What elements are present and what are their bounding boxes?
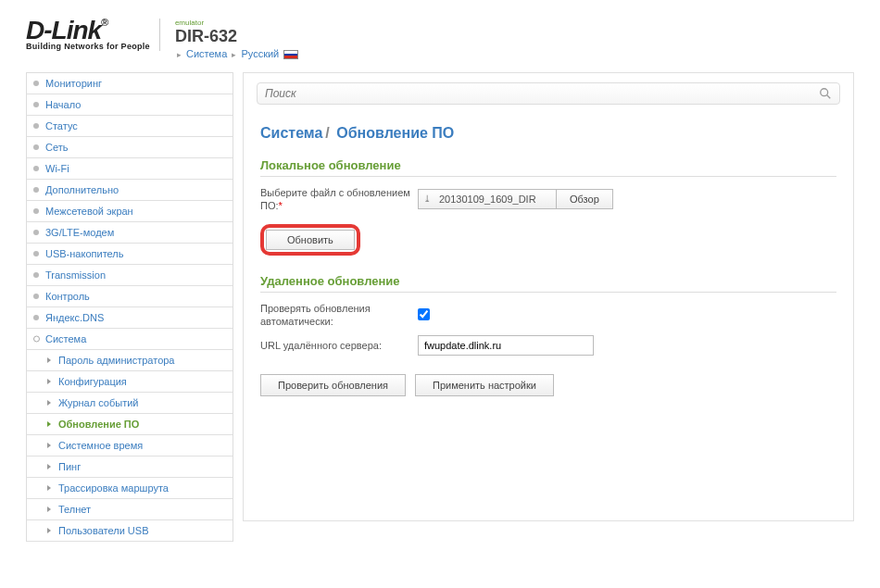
page-title: Система/ Обновление ПО <box>260 125 836 142</box>
logo-tagline: Building Networks for People <box>26 42 150 51</box>
sidebar-item-transmission[interactable]: Transmission <box>27 265 233 286</box>
sidebar-item-configuration[interactable]: Конфигурация <box>27 371 233 393</box>
apply-settings-button[interactable]: Применить настройки <box>415 374 554 396</box>
logo-block: D-Link® Building Networks for People <box>26 19 160 51</box>
action-row: Проверить обновления Применить настройки <box>260 374 836 396</box>
sidebar-item-firmware-update[interactable]: Обновление ПО <box>27 414 233 435</box>
highlight-marker: Обновить <box>260 224 360 256</box>
remote-url-label: URL удалённого сервера: <box>260 339 418 352</box>
sidebar-item-additional[interactable]: Дополнительно <box>27 180 233 201</box>
file-select-label: Выберите файл с обновлением ПО:* <box>260 186 418 213</box>
logo-main: D-Link® <box>26 19 150 42</box>
sidebar-item-modem[interactable]: 3G/LTE-модем <box>27 222 233 244</box>
model-block: emulator DIR-632 ▸ Система ▸ Русский <box>171 19 298 59</box>
browse-button[interactable]: Обзор <box>556 189 613 209</box>
sidebar-item-start[interactable]: Начало <box>27 94 233 116</box>
flag-ru-icon[interactable] <box>283 50 298 59</box>
sidebar-item-admin-password[interactable]: Пароль администратора <box>27 350 233 371</box>
sidebar-item-usb[interactable]: USB-накопитель <box>27 244 233 265</box>
sidebar-item-ping[interactable]: Пинг <box>27 457 233 478</box>
remote-update-section: Удаленное обновление Проверять обновлени… <box>260 274 836 357</box>
sidebar-item-usb-users[interactable]: Пользователи USB <box>27 520 233 542</box>
sidebar-item-traceroute[interactable]: Трассировка маршрута <box>27 478 233 499</box>
sidebar-item-status[interactable]: Статус <box>27 116 233 137</box>
top-breadcrumbs: ▸ Система ▸ Русский <box>175 48 298 59</box>
sidebar-item-event-log[interactable]: Журнал событий <box>27 393 233 414</box>
check-updates-button[interactable]: Проверить обновления <box>260 374 406 396</box>
content-panel: Система/ Обновление ПО Локальное обновле… <box>243 72 854 521</box>
sidebar-item-system[interactable]: Система <box>27 329 233 350</box>
sidebar-item-network[interactable]: Сеть <box>27 137 233 158</box>
chevron-icon: ▸ <box>177 50 182 59</box>
sidebar-item-wifi[interactable]: Wi-Fi <box>27 158 233 180</box>
chevron-icon: ▸ <box>232 50 236 59</box>
local-update-title: Локальное обновление <box>260 158 836 177</box>
auto-check-checkbox[interactable] <box>418 308 430 320</box>
sidebar-item-monitoring[interactable]: Мониторинг <box>27 73 233 94</box>
remote-url-input[interactable] <box>418 335 594 356</box>
svg-point-0 <box>821 89 828 96</box>
model-name: DIR-632 <box>175 27 298 46</box>
header: D-Link® Building Networks for People emu… <box>26 19 854 59</box>
sidebar: Мониторинг Начало Статус Сеть Wi-Fi Допо… <box>26 72 233 542</box>
search-box <box>257 82 840 105</box>
breadcrumb-system[interactable]: Система <box>186 48 227 59</box>
remote-update-title: Удаленное обновление <box>260 274 836 293</box>
sidebar-item-firewall[interactable]: Межсетевой экран <box>27 201 233 222</box>
search-icon[interactable] <box>819 87 832 100</box>
file-name-display: 20130109_1609_DIR <box>418 189 557 209</box>
sidebar-item-telnet[interactable]: Телнет <box>27 499 233 520</box>
breadcrumb-language[interactable]: Русский <box>241 48 279 59</box>
svg-line-1 <box>827 95 831 99</box>
emulator-label: emulator <box>175 19 298 27</box>
sidebar-item-system-time[interactable]: Системное время <box>27 435 233 457</box>
sidebar-item-yandex[interactable]: Яндекс.DNS <box>27 307 233 329</box>
update-button[interactable]: Обновить <box>266 230 355 250</box>
auto-check-label: Проверять обновления автоматически: <box>260 302 418 329</box>
search-input[interactable] <box>265 87 819 100</box>
sidebar-item-control[interactable]: Контроль <box>27 286 233 307</box>
local-update-section: Локальное обновление Выберите файл с обн… <box>260 158 836 256</box>
